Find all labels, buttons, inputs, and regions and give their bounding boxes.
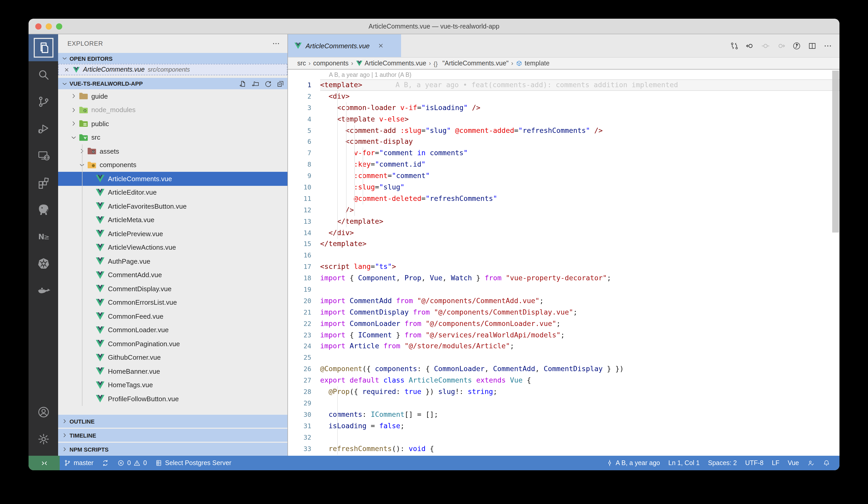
- breadcrumb-item-4[interactable]: {}"ArticleComments.vue": [433, 60, 508, 67]
- line-number[interactable]: 18: [288, 272, 320, 284]
- code-line-32[interactable]: 32: [288, 432, 839, 443]
- code-line-30[interactable]: 30 comments: IComment[] = [];: [288, 409, 839, 420]
- line-number[interactable]: 33: [288, 443, 320, 454]
- line-number[interactable]: 25: [288, 352, 320, 363]
- tree-item-src[interactable]: src: [58, 131, 287, 144]
- more-actions-icon[interactable]: [823, 41, 832, 50]
- more-actions-icon[interactable]: [272, 40, 280, 48]
- code-line-33[interactable]: 33 refreshComments(): void {: [288, 443, 839, 454]
- activity-bar-item-search[interactable]: [29, 61, 58, 88]
- code-line-2[interactable]: 2 <div>: [288, 91, 839, 102]
- zoom-window-button[interactable]: [56, 23, 62, 29]
- tree-item-hometags-vue[interactable]: HomeTags.vue: [58, 378, 287, 392]
- new-file-icon[interactable]: [239, 80, 247, 88]
- line-number[interactable]: 5: [288, 125, 320, 136]
- line-number[interactable]: 3: [288, 102, 320, 114]
- code-line-10[interactable]: 10 :slug="slug": [288, 182, 839, 193]
- close-icon[interactable]: [64, 67, 70, 72]
- activity-bar-item-docker[interactable]: [29, 277, 58, 304]
- code-line-25[interactable]: 25: [288, 352, 839, 363]
- activity-bar-item-kubernetes[interactable]: [29, 250, 58, 277]
- line-number[interactable]: 30: [288, 409, 320, 420]
- tab-articlecomments[interactable]: ArticleComments.vue: [288, 34, 401, 57]
- code-line-27[interactable]: 27export default class ArticleComments e…: [288, 375, 839, 386]
- breadcrumb-item-1[interactable]: src: [297, 60, 306, 67]
- close-window-button[interactable]: [35, 23, 42, 29]
- code-line-6[interactable]: 6 <comment-display: [288, 136, 839, 148]
- line-number[interactable]: 20: [288, 295, 320, 307]
- code-line-20[interactable]: 20import CommentAdd from "@/components/C…: [288, 295, 839, 307]
- line-number[interactable]: 26: [288, 363, 320, 375]
- code-line-13[interactable]: 13 </template>: [288, 216, 839, 227]
- status-indentation[interactable]: Spaces: 2: [704, 459, 741, 467]
- code-line-29[interactable]: 29: [288, 398, 839, 409]
- tree-item-commonfeed-vue[interactable]: CommonFeed.vue: [58, 309, 287, 323]
- code-line-7[interactable]: 7 v-for="comment in comments": [288, 148, 839, 159]
- code-line-3[interactable]: 3 <common-loader v-if="isLoading" />: [288, 102, 839, 114]
- compare-changes-icon[interactable]: [730, 41, 739, 50]
- line-number[interactable]: 16: [288, 250, 320, 261]
- line-number[interactable]: 27: [288, 375, 320, 386]
- code-line-26[interactable]: 26@Component({ components: { CommonLoade…: [288, 363, 839, 375]
- code-line-15[interactable]: 15</template>: [288, 238, 839, 250]
- tree-item-articleeditor-vue[interactable]: ArticleEditor.vue: [58, 186, 287, 199]
- line-number[interactable]: 8: [288, 159, 320, 170]
- activity-bar-item-nx-console[interactable]: N≥: [29, 223, 58, 250]
- code-line-11[interactable]: 11 @comment-deleted="refreshComments": [288, 193, 839, 205]
- title-bar[interactable]: ArticleComments.vue — vue-ts-realworld-a…: [29, 19, 839, 34]
- line-number[interactable]: 15: [288, 238, 320, 250]
- section-header-outline[interactable]: OUTLINE: [58, 414, 287, 428]
- line-number[interactable]: 14: [288, 227, 320, 238]
- tree-item-commentadd-vue[interactable]: CommentAdd.vue: [58, 268, 287, 282]
- line-number[interactable]: 23: [288, 329, 320, 341]
- code-line-23[interactable]: 23import { IComment } from "@/services/r…: [288, 329, 839, 341]
- breadcrumb-item-3[interactable]: ArticleComments.vue: [356, 60, 426, 67]
- status-postgres-server[interactable]: Select Postgres Server: [151, 456, 236, 470]
- tree-item-articleviewactions-vue[interactable]: ArticleViewActions.vue: [58, 240, 287, 254]
- activity-bar-item-postgresql[interactable]: [29, 196, 58, 223]
- refresh-icon[interactable]: [264, 80, 272, 88]
- line-number[interactable]: 1: [288, 80, 320, 91]
- tree-item-public[interactable]: public: [58, 117, 287, 131]
- line-number[interactable]: 29: [288, 398, 320, 409]
- section-header-timeline[interactable]: TIMELINE: [58, 428, 287, 442]
- remote-indicator[interactable]: [29, 456, 60, 470]
- next-change-icon[interactable]: [777, 41, 786, 50]
- file-history-icon[interactable]: [792, 41, 801, 50]
- line-number[interactable]: 2: [288, 91, 320, 102]
- line-number[interactable]: 6: [288, 136, 320, 148]
- line-number[interactable]: 28: [288, 386, 320, 398]
- line-number[interactable]: 21: [288, 307, 320, 318]
- tree-item-articlefavoritesbutton-vue[interactable]: ArticleFavoritesButton.vue: [58, 199, 287, 213]
- line-number[interactable]: 19: [288, 284, 320, 295]
- code-line-17[interactable]: 17<script lang="ts">: [288, 261, 839, 273]
- activity-bar-item-account[interactable]: [29, 399, 58, 425]
- line-number[interactable]: 7: [288, 148, 320, 159]
- status-language-mode[interactable]: Vue: [783, 459, 803, 467]
- collapse-all-icon[interactable]: [277, 80, 284, 88]
- status-cursor-position[interactable]: Ln 1, Col 1: [664, 459, 704, 467]
- split-editor-icon[interactable]: [808, 41, 817, 50]
- activity-bar-item-manage[interactable]: [29, 425, 58, 453]
- tree-item-commonloader-vue[interactable]: CommonLoader.vue: [58, 323, 287, 337]
- line-number[interactable]: 24: [288, 341, 320, 352]
- code-line-16[interactable]: 16: [288, 250, 839, 261]
- line-number[interactable]: 22: [288, 318, 320, 329]
- code-editor[interactable]: A B, a year ago | 1 author (A B) 1<templ…: [288, 70, 839, 456]
- code-line-21[interactable]: 21import CommentDisplay from "@/componen…: [288, 307, 839, 318]
- tree-item-homebanner-vue[interactable]: HomeBanner.vue: [58, 364, 287, 378]
- status-feedback[interactable]: [803, 459, 819, 467]
- breadcrumb-item-2[interactable]: components: [313, 60, 348, 67]
- code-line-24[interactable]: 24import Article from "@/store/modules/A…: [288, 341, 839, 352]
- code-line-12[interactable]: 12 />: [288, 205, 839, 216]
- code-line-31[interactable]: 31 isLoading = false;: [288, 420, 839, 432]
- line-number[interactable]: 10: [288, 182, 320, 193]
- line-number[interactable]: 9: [288, 170, 320, 182]
- tree-item-components[interactable]: components: [58, 158, 287, 172]
- code-line-8[interactable]: 8 :key="comment.id": [288, 159, 839, 170]
- tree-item-guide[interactable]: guide: [58, 89, 287, 103]
- activity-bar-item-source-control[interactable]: [29, 88, 58, 115]
- status-line-blame[interactable]: A B, a year ago: [602, 459, 664, 467]
- line-number[interactable]: 31: [288, 420, 320, 432]
- new-folder-icon[interactable]: [252, 80, 259, 88]
